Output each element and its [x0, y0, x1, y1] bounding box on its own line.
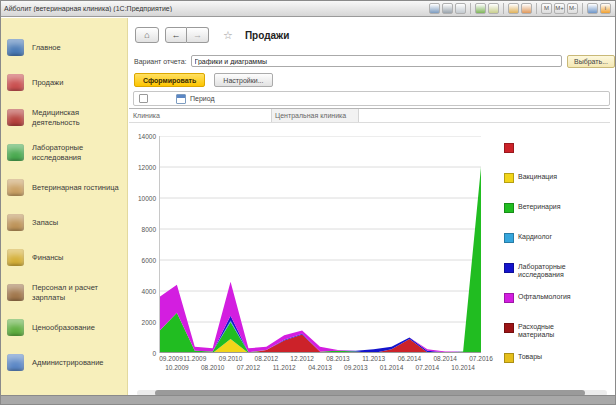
legend-item: Ветеринария: [504, 203, 588, 213]
y-tick-label: 2000: [129, 319, 156, 326]
x-tick-label: 10.2009: [165, 364, 189, 371]
x-tick-label: 04.2013: [308, 364, 332, 371]
x-tick-label: 12.2012: [290, 355, 314, 362]
sidebar-item-8[interactable]: Персонал и расчет зарплаты: [1, 275, 127, 310]
generate-button[interactable]: Сформировать: [134, 73, 205, 87]
sidebar-item-label: Лабораторные исследования: [32, 143, 123, 162]
favorites-star-icon[interactable]: [475, 3, 486, 14]
legend-label: Кардиолог: [518, 233, 588, 241]
report-actions-row: Сформировать Настройки...: [134, 73, 273, 87]
window-titlebar: Айболит (ветеринарная клиника) (1С:Предп…: [1, 1, 615, 17]
sidebar-item-5[interactable]: Ветеринарная гостиница: [1, 170, 127, 205]
legend-color-swatch: [504, 203, 514, 213]
calendar-icon[interactable]: [521, 3, 532, 14]
legend-item: Расходные материалы: [504, 323, 588, 340]
y-tick-label: 6000: [129, 257, 156, 264]
titlebar-separator: [536, 3, 537, 14]
legend-item: Офтальмология: [504, 293, 588, 303]
legend-label: Расходные материалы: [518, 323, 588, 340]
x-tick-label: 10.2014: [451, 364, 475, 371]
memory-m-plus-button[interactable]: M+: [554, 3, 565, 14]
sidebar-item-label: Медицинская деятельность: [32, 108, 123, 127]
x-tick-label: 01.2014: [380, 364, 404, 371]
print-preview-icon[interactable]: [455, 3, 466, 14]
titlebar-separator: [470, 3, 471, 14]
sidebar-item-label: Главное: [32, 43, 61, 52]
print-icon[interactable]: [442, 3, 453, 14]
report-variant-row: Вариант отчета: Выбрать...: [134, 54, 615, 68]
variant-input[interactable]: [191, 55, 562, 67]
calculator-icon[interactable]: [508, 3, 519, 14]
split-window-icon[interactable]: [587, 3, 598, 14]
choose-variant-button[interactable]: Выбрать...: [567, 55, 615, 68]
y-tick-label: 0: [129, 350, 156, 357]
sidebar-item-10[interactable]: Администрирование: [1, 345, 127, 380]
pricing-coin-icon: [7, 319, 24, 336]
legend-color-swatch: [504, 323, 514, 333]
legend-color-swatch: [504, 263, 514, 273]
x-tick-label: 08.2010: [201, 364, 225, 371]
back-button[interactable]: ←: [165, 27, 187, 43]
chart-plot: [159, 136, 481, 353]
y-tick-label: 10000: [129, 195, 156, 202]
sidebar-item-label: Ветеринарная гостиница: [32, 183, 119, 192]
x-tick-label: 09.2009: [159, 355, 183, 362]
legend-item: [504, 143, 588, 153]
period-calendar-icon: [176, 94, 186, 104]
info-icon[interactable]: i: [600, 3, 611, 14]
admin-monitor-icon: [7, 354, 24, 371]
sidebar-item-9[interactable]: Ценообразование: [1, 310, 127, 345]
sidebar-item-label: Финансы: [32, 253, 64, 262]
y-tick-label: 12000: [129, 164, 156, 171]
sidebar-item-6[interactable]: Запасы: [1, 205, 127, 240]
memory-m-button[interactable]: M: [541, 3, 552, 14]
legend-label: Офтальмология: [518, 293, 588, 301]
home-section-icon: [7, 39, 24, 56]
y-tick-label: 14000: [129, 133, 156, 140]
save-icon[interactable]: [429, 3, 440, 14]
app-window: Айболит (ветеринарная клиника) (1С:Предп…: [0, 0, 616, 405]
sales-chart-area: 02000400060008000100001200014000 09.2009…: [129, 126, 615, 388]
x-tick-label: 07.2016: [469, 355, 493, 362]
sales-section-icon: [7, 74, 24, 91]
sidebar-item-7[interactable]: Финансы: [1, 240, 127, 275]
link-icon[interactable]: [488, 3, 499, 14]
back-arrow-icon: ←: [172, 30, 181, 40]
x-tick-label: 11.2009: [183, 355, 206, 362]
home-icon: ⌂: [144, 30, 149, 40]
page-title: Продажи: [245, 30, 289, 41]
sidebar-item-label: Персонал и расчет зарплаты: [32, 283, 123, 302]
home-button[interactable]: ⌂: [135, 27, 159, 43]
x-tick-label: 08.2013: [326, 355, 350, 362]
legend-item: Кардиолог: [504, 233, 588, 243]
finance-coin-icon: [7, 249, 24, 266]
legend-color-swatch: [504, 143, 514, 153]
legend-label: Лабораторные исследования: [518, 263, 588, 280]
window-title: Айболит (ветеринарная клиника) (1С:Предп…: [1, 5, 429, 12]
x-tick-label: 07.2012: [237, 364, 261, 371]
period-label: Период: [190, 95, 215, 102]
x-tick-label: 11.2013: [362, 355, 385, 362]
forward-button[interactable]: →: [187, 27, 209, 43]
legend-label: Товары: [518, 353, 588, 361]
sidebar-item-1[interactable]: Главное: [1, 30, 127, 65]
sidebar-item-label: Администрирование: [32, 358, 104, 367]
report-table-header: Клиника Центральная клиника: [129, 108, 610, 123]
table-header-clinic: Клиника: [129, 109, 271, 122]
sidebar-item-3[interactable]: Медицинская деятельность: [1, 100, 127, 135]
period-filter-row[interactable]: Период: [133, 91, 610, 106]
favorite-star-icon[interactable]: ☆: [223, 29, 233, 42]
legend-color-swatch: [504, 173, 514, 183]
x-tick-label: 08.2014: [433, 355, 457, 362]
period-checkbox[interactable]: [139, 94, 148, 103]
sidebar-item-4[interactable]: Лабораторные исследования: [1, 135, 127, 170]
memory-m-minus-button[interactable]: M-: [567, 3, 578, 14]
lab-flask-icon: [7, 144, 24, 161]
sidebar: ГлавноеПродажиМедицинская деятельностьЛа…: [1, 18, 128, 395]
legend-color-swatch: [504, 293, 514, 303]
x-tick-label: 08.2012: [255, 355, 279, 362]
table-header-clinic-value: Центральная клиника: [271, 109, 359, 122]
sales-area-chart: [159, 136, 481, 353]
sidebar-item-2[interactable]: Продажи: [1, 65, 127, 100]
settings-button[interactable]: Настройки...: [214, 73, 272, 87]
